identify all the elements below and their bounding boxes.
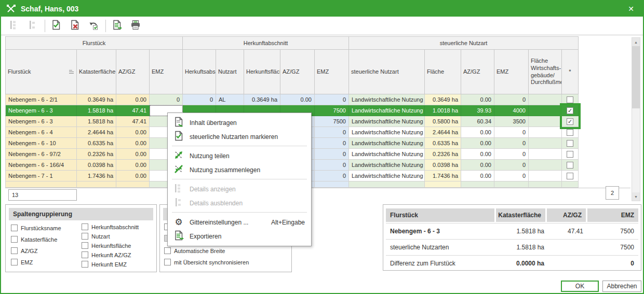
option-checkbox-emz[interactable]: EMZ — [11, 259, 33, 265]
scroll-up-icon[interactable]: ▲ — [632, 38, 640, 46]
grid-cell[interactable]: 0.6335 ha — [77, 138, 116, 149]
grid-cell[interactable] — [562, 181, 579, 188]
grid-cell[interactable]: 0 — [150, 94, 183, 105]
column-header[interactable]: Fläche — [425, 50, 461, 94]
grid-cell[interactable] — [529, 160, 562, 171]
grid-cell[interactable]: 0.00 — [461, 138, 494, 149]
grid-cell[interactable]: 7500 — [315, 116, 349, 127]
checkbox[interactable] — [82, 233, 88, 240]
grid-cell[interactable]: 0.3649 ha — [77, 94, 116, 105]
column-header[interactable]: AZ/GZ — [280, 50, 315, 94]
column-header[interactable]: EMZ — [150, 50, 183, 94]
grid-cell[interactable]: 0 — [315, 171, 349, 181]
grid-cell[interactable]: 0.3649 ha — [244, 94, 280, 105]
grid-cell[interactable]: Landwirtschaftliche Nutzung — [349, 127, 425, 138]
grid-cell[interactable]: 0.00 — [461, 127, 494, 138]
grid-cell[interactable]: Nebengem - 6 - 2/1 — [5, 94, 77, 105]
option-checkbox-mit-übersicht-synchronisieren[interactable]: mit Übersicht synchronisieren — [164, 259, 249, 265]
grid-cell[interactable] — [562, 160, 579, 171]
option-checkbox-flurstücksname[interactable]: Flurstücksname — [11, 225, 61, 231]
grid-cell[interactable]: 0.00 — [461, 171, 494, 181]
option-checkbox-herkunftsabschnitt[interactable]: Herkunftsabschnitt — [82, 223, 139, 230]
grid-cell[interactable]: 0.3649 ha — [425, 94, 461, 105]
table-row[interactable]: Nebengem - 6 - 2/10.3649 ha0.0000AL0.364… — [5, 94, 630, 105]
close-icon[interactable]: ✕ — [624, 5, 638, 13]
grid-cell[interactable]: 0.00 — [280, 94, 315, 105]
option-checkbox-herkunft-az-gz[interactable]: Herkunft AZ/GZ — [82, 251, 131, 258]
grid-cell[interactable]: Landwirtschaftliche Nutzung — [349, 160, 425, 171]
grid-cell[interactable] — [529, 181, 562, 188]
scrollbar-thumb[interactable] — [632, 46, 640, 108]
option-checkbox-herkunft-emz[interactable]: Herkunft EMZ — [82, 261, 127, 268]
grid-cell[interactable]: 7500 — [315, 105, 349, 116]
grid-cell[interactable] — [529, 94, 562, 105]
grid-cell[interactable]: 0.00 — [116, 127, 150, 138]
option-checkbox-automatische-breite[interactable]: Automatische Breite — [164, 247, 225, 254]
grid-cell[interactable]: 60.34 — [461, 116, 494, 127]
grid-cell[interactable]: 0.00 — [461, 160, 494, 171]
grid-cell[interactable]: Landwirtschaftliche Nutzung — [349, 105, 425, 116]
grid-cell[interactable]: 0 — [494, 160, 529, 171]
grid-cell[interactable]: 0 — [183, 94, 216, 105]
menu-item[interactable]: ⚙Gittereinstellungen ...Alt+Eingabe — [168, 215, 311, 229]
table-row[interactable]: Nebengem - 6 - 166/40.0398 ha0.000Landwi… — [5, 160, 630, 171]
grid-cell[interactable]: Landwirtschaftliche Nutzung — [349, 116, 425, 127]
grid-cell[interactable]: 1.7436 ha — [77, 171, 116, 181]
table-row[interactable]: Nebengem - 6 - 31.5818 ha47.417500Landwi… — [5, 105, 630, 116]
grid-cell[interactable]: Nebengem - 7 - 1 — [5, 171, 77, 181]
row-checkbox[interactable] — [567, 96, 573, 103]
grid-cell[interactable]: 1.0018 ha — [425, 105, 461, 116]
grid-cell[interactable]: 47.41 — [116, 116, 150, 127]
column-header[interactable]: EMZ — [315, 50, 349, 94]
column-header[interactable]: * — [562, 50, 579, 94]
column-header[interactable]: EMZ — [494, 50, 529, 94]
row-checkbox[interactable] — [567, 140, 573, 147]
option-checkbox-az-gz[interactable]: AZ/GZ — [11, 247, 37, 254]
column-header[interactable]: AZ/GZ — [116, 50, 150, 94]
checkbox[interactable] — [11, 236, 18, 243]
column-header[interactable]: Flurstück — [5, 50, 77, 94]
checkbox[interactable] — [82, 261, 88, 268]
checkbox[interactable] — [82, 251, 88, 258]
grid-cell[interactable]: Nebengem - 6 - 10 — [5, 138, 77, 149]
grid-cell[interactable]: 0 — [494, 127, 529, 138]
grid-cell[interactable] — [425, 181, 461, 188]
grid-cell[interactable]: 0.00 — [461, 94, 494, 105]
grid-cell[interactable] — [77, 181, 116, 188]
checkbox[interactable] — [11, 247, 18, 254]
grid-cell[interactable] — [5, 181, 77, 188]
row-checkbox[interactable] — [567, 173, 573, 179]
table-row-partial[interactable] — [5, 181, 630, 188]
checkbox[interactable] — [82, 242, 88, 249]
grid-cell[interactable]: 47.41 — [116, 105, 150, 116]
option-checkbox-katasterfläche[interactable]: Katasterfläche — [11, 236, 57, 243]
menu-item[interactable]: Nutzung teilen — [168, 149, 311, 163]
checkbox[interactable] — [164, 259, 171, 265]
grid-cell[interactable] — [529, 116, 562, 127]
grid-cell[interactable]: 0 — [494, 138, 529, 149]
grid-cell[interactable]: 4000 — [494, 105, 529, 116]
menu-item[interactable]: Inhalt übertragen — [168, 116, 311, 130]
grid-cell[interactable]: Nebengem - 6 - 97/2 — [5, 149, 77, 160]
vertical-scrollbar[interactable]: ▲ ▼ — [632, 37, 640, 201]
grid-cell[interactable]: Landwirtschaftliche Nutzung — [349, 171, 425, 181]
grid-cell[interactable] — [494, 181, 529, 188]
column-header[interactable]: Herkunftsfläche — [244, 50, 280, 94]
menu-item[interactable]: steuerliche Nutzarten markieren — [168, 130, 311, 144]
column-header[interactable]: steuerliche Nutzart — [349, 50, 425, 94]
grid-cell[interactable]: Landwirtschaftliche Nutzung — [349, 94, 425, 105]
grid-cell[interactable]: Nebengem - 6 - 3 — [5, 105, 77, 116]
export-button[interactable] — [109, 19, 125, 33]
grid-cell[interactable]: 0 — [494, 94, 529, 105]
grid-cell[interactable] — [529, 105, 562, 116]
checkbox[interactable] — [11, 225, 18, 231]
grid-cell[interactable] — [315, 181, 349, 188]
grid-cell[interactable]: 0.00 — [116, 94, 150, 105]
grid-cell[interactable] — [529, 127, 562, 138]
grid-cell[interactable]: 0.2326 ha — [425, 149, 461, 160]
print-button[interactable] — [128, 19, 143, 33]
option-checkbox-herkunftsfläche[interactable]: Herkunftsfläche — [82, 242, 131, 249]
unmark-all-button[interactable] — [67, 19, 83, 33]
grid-cell[interactable] — [529, 149, 562, 160]
menu-item[interactable]: Nutzung zusammenlegen — [168, 163, 311, 177]
